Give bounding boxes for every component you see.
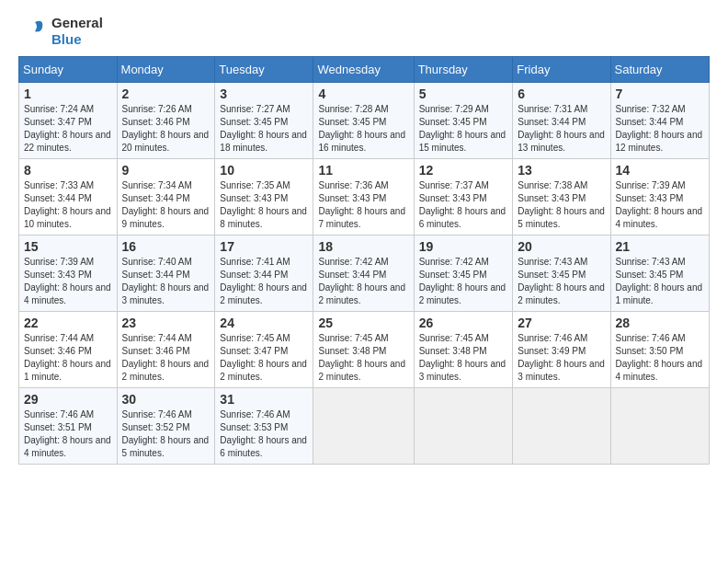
logo-blue: Blue (51, 31, 82, 47)
calendar-week-1: 1Sunrise: 7:24 AMSunset: 3:47 PMDaylight… (19, 83, 710, 159)
day-number: 6 (518, 86, 605, 101)
col-header-monday: Monday (117, 57, 215, 83)
calendar-day-5: 5Sunrise: 7:29 AMSunset: 3:45 PMDaylight… (414, 83, 513, 159)
col-header-friday: Friday (513, 57, 610, 83)
day-info: Sunrise: 7:46 AMSunset: 3:52 PMDaylight:… (122, 408, 210, 460)
header-row: SundayMondayTuesdayWednesdayThursdayFrid… (19, 57, 710, 83)
calendar-table: SundayMondayTuesdayWednesdayThursdayFrid… (18, 56, 710, 465)
day-info: Sunrise: 7:40 AMSunset: 3:44 PMDaylight:… (122, 256, 210, 307)
calendar-day-12: 12Sunrise: 7:37 AMSunset: 3:43 PMDayligh… (414, 159, 513, 236)
day-info: Sunrise: 7:39 AMSunset: 3:43 PMDaylight:… (616, 179, 704, 231)
day-info: Sunrise: 7:43 AMSunset: 3:45 PMDaylight:… (616, 256, 704, 307)
col-header-sunday: Sunday (19, 57, 118, 83)
calendar-day-2: 2Sunrise: 7:26 AMSunset: 3:46 PMDaylight… (117, 83, 215, 159)
day-info: Sunrise: 7:44 AMSunset: 3:46 PMDaylight:… (24, 332, 112, 384)
empty-cell (513, 388, 610, 465)
calendar-day-17: 17Sunrise: 7:41 AMSunset: 3:44 PMDayligh… (215, 236, 313, 312)
day-info: Sunrise: 7:42 AMSunset: 3:44 PMDaylight:… (318, 256, 408, 307)
day-number: 12 (419, 163, 508, 178)
logo: General Blue (18, 15, 103, 47)
day-info: Sunrise: 7:32 AMSunset: 3:44 PMDaylight:… (616, 103, 704, 155)
calendar-day-15: 15Sunrise: 7:39 AMSunset: 3:43 PMDayligh… (19, 236, 118, 312)
day-number: 29 (24, 392, 112, 407)
calendar-day-9: 9Sunrise: 7:34 AMSunset: 3:44 PMDaylight… (117, 159, 215, 236)
day-number: 3 (220, 86, 308, 101)
day-number: 14 (616, 163, 704, 178)
day-number: 24 (220, 316, 308, 330)
calendar-day-29: 29Sunrise: 7:46 AMSunset: 3:51 PMDayligh… (19, 388, 118, 465)
day-number: 30 (122, 392, 210, 407)
day-number: 13 (518, 163, 605, 178)
day-info: Sunrise: 7:42 AMSunset: 3:45 PMDaylight:… (419, 256, 508, 307)
day-number: 1 (24, 86, 112, 101)
day-info: Sunrise: 7:45 AMSunset: 3:48 PMDaylight:… (419, 332, 508, 384)
day-info: Sunrise: 7:36 AMSunset: 3:43 PMDaylight:… (318, 179, 408, 231)
day-info: Sunrise: 7:29 AMSunset: 3:45 PMDaylight:… (419, 103, 508, 155)
col-header-thursday: Thursday (414, 57, 513, 83)
day-number: 18 (318, 239, 408, 254)
col-header-tuesday: Tuesday (215, 57, 313, 83)
day-info: Sunrise: 7:31 AMSunset: 3:44 PMDaylight:… (518, 103, 605, 155)
day-number: 22 (24, 316, 112, 330)
logo-general: General (51, 15, 103, 30)
day-number: 7 (616, 86, 704, 101)
day-number: 9 (122, 163, 210, 178)
calendar-day-24: 24Sunrise: 7:45 AMSunset: 3:47 PMDayligh… (215, 312, 313, 388)
calendar-day-4: 4Sunrise: 7:28 AMSunset: 3:45 PMDaylight… (313, 83, 414, 159)
day-number: 4 (318, 86, 408, 101)
page-header: General Blue (18, 15, 710, 47)
calendar-day-18: 18Sunrise: 7:42 AMSunset: 3:44 PMDayligh… (313, 236, 414, 312)
day-number: 28 (616, 316, 704, 330)
day-info: Sunrise: 7:46 AMSunset: 3:51 PMDaylight:… (24, 408, 112, 460)
calendar-day-1: 1Sunrise: 7:24 AMSunset: 3:47 PMDaylight… (19, 83, 118, 159)
day-info: Sunrise: 7:24 AMSunset: 3:47 PMDaylight:… (24, 103, 112, 155)
day-info: Sunrise: 7:45 AMSunset: 3:47 PMDaylight:… (220, 332, 308, 384)
day-info: Sunrise: 7:43 AMSunset: 3:45 PMDaylight:… (518, 256, 605, 307)
calendar-day-14: 14Sunrise: 7:39 AMSunset: 3:43 PMDayligh… (610, 159, 709, 236)
day-info: Sunrise: 7:41 AMSunset: 3:44 PMDaylight:… (220, 256, 308, 307)
day-number: 15 (24, 239, 112, 254)
day-info: Sunrise: 7:33 AMSunset: 3:44 PMDaylight:… (24, 179, 112, 231)
day-number: 25 (318, 316, 408, 330)
day-info: Sunrise: 7:28 AMSunset: 3:45 PMDaylight:… (318, 103, 408, 155)
day-number: 20 (518, 239, 605, 254)
calendar-day-27: 27Sunrise: 7:46 AMSunset: 3:49 PMDayligh… (513, 312, 610, 388)
calendar-week-2: 8Sunrise: 7:33 AMSunset: 3:44 PMDaylight… (19, 159, 710, 236)
day-number: 26 (419, 316, 508, 330)
day-number: 23 (122, 316, 210, 330)
day-number: 19 (419, 239, 508, 254)
calendar-day-16: 16Sunrise: 7:40 AMSunset: 3:44 PMDayligh… (117, 236, 215, 312)
calendar-day-23: 23Sunrise: 7:44 AMSunset: 3:46 PMDayligh… (117, 312, 215, 388)
calendar-day-11: 11Sunrise: 7:36 AMSunset: 3:43 PMDayligh… (313, 159, 414, 236)
calendar-day-3: 3Sunrise: 7:27 AMSunset: 3:45 PMDaylight… (215, 83, 313, 159)
calendar-day-31: 31Sunrise: 7:46 AMSunset: 3:53 PMDayligh… (215, 388, 313, 465)
day-info: Sunrise: 7:39 AMSunset: 3:43 PMDaylight:… (24, 256, 112, 307)
day-info: Sunrise: 7:34 AMSunset: 3:44 PMDaylight:… (122, 179, 210, 231)
day-info: Sunrise: 7:27 AMSunset: 3:45 PMDaylight:… (220, 103, 308, 155)
calendar-day-19: 19Sunrise: 7:42 AMSunset: 3:45 PMDayligh… (414, 236, 513, 312)
day-info: Sunrise: 7:44 AMSunset: 3:46 PMDaylight:… (122, 332, 210, 384)
day-info: Sunrise: 7:38 AMSunset: 3:43 PMDaylight:… (518, 179, 605, 231)
empty-cell (414, 388, 513, 465)
col-header-saturday: Saturday (610, 57, 709, 83)
day-number: 8 (24, 163, 112, 178)
day-info: Sunrise: 7:35 AMSunset: 3:43 PMDaylight:… (220, 179, 308, 231)
calendar-day-21: 21Sunrise: 7:43 AMSunset: 3:45 PMDayligh… (610, 236, 709, 312)
calendar-day-10: 10Sunrise: 7:35 AMSunset: 3:43 PMDayligh… (215, 159, 313, 236)
logo-bird-icon (18, 17, 48, 46)
day-number: 5 (419, 86, 508, 101)
day-info: Sunrise: 7:46 AMSunset: 3:50 PMDaylight:… (616, 332, 704, 384)
day-number: 2 (122, 86, 210, 101)
day-info: Sunrise: 7:37 AMSunset: 3:43 PMDaylight:… (419, 179, 508, 231)
day-info: Sunrise: 7:46 AMSunset: 3:49 PMDaylight:… (518, 332, 605, 384)
calendar-day-20: 20Sunrise: 7:43 AMSunset: 3:45 PMDayligh… (513, 236, 610, 312)
calendar-week-4: 22Sunrise: 7:44 AMSunset: 3:46 PMDayligh… (19, 312, 710, 388)
calendar-day-6: 6Sunrise: 7:31 AMSunset: 3:44 PMDaylight… (513, 83, 610, 159)
calendar-day-26: 26Sunrise: 7:45 AMSunset: 3:48 PMDayligh… (414, 312, 513, 388)
calendar-day-28: 28Sunrise: 7:46 AMSunset: 3:50 PMDayligh… (610, 312, 709, 388)
calendar-day-7: 7Sunrise: 7:32 AMSunset: 3:44 PMDaylight… (610, 83, 709, 159)
day-number: 11 (318, 163, 408, 178)
day-info: Sunrise: 7:46 AMSunset: 3:53 PMDaylight:… (220, 408, 308, 460)
calendar-day-30: 30Sunrise: 7:46 AMSunset: 3:52 PMDayligh… (117, 388, 215, 465)
calendar-week-3: 15Sunrise: 7:39 AMSunset: 3:43 PMDayligh… (19, 236, 710, 312)
